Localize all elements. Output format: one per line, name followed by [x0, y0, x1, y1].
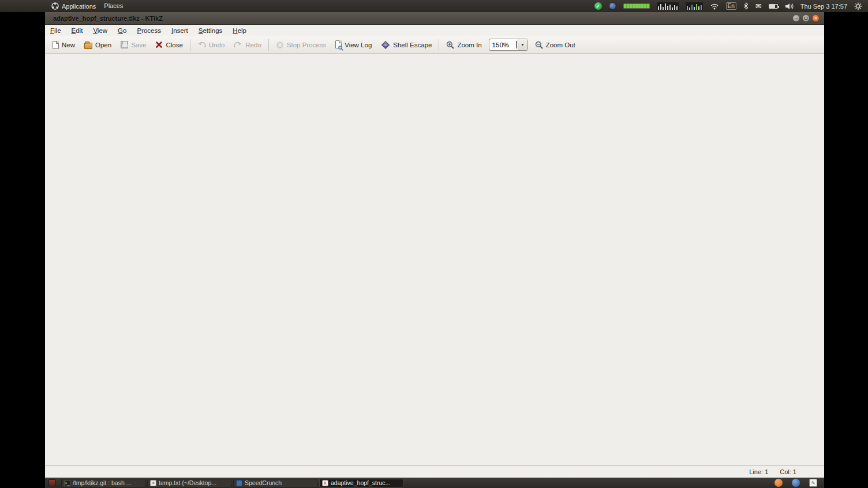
status-line: Line: 1 — [749, 468, 768, 475]
taskbar-item-speedcrunch[interactable]: SpeedCrunch — [233, 479, 317, 487]
volume-icon[interactable] — [785, 3, 794, 10]
view-log-icon — [335, 40, 342, 50]
battery-icon[interactable] — [769, 4, 778, 9]
workspace-switcher-icon[interactable] — [48, 479, 56, 486]
open-button[interactable]: Open — [80, 39, 116, 51]
taskbar: >_ /tmp/ktikz.git : bash ... ≡ temp.txt … — [45, 478, 824, 488]
toolbar: New Open Save Close Undo Redo — [45, 36, 824, 54]
menu-view[interactable]: View — [88, 26, 113, 35]
zoom-in-button[interactable]: Zoom In — [442, 39, 486, 51]
stop-icon — [276, 41, 284, 49]
calculator-icon — [236, 480, 242, 486]
applications-label: Applications — [62, 3, 96, 10]
menubar: File Edit View Go Process Insert Setting… — [45, 25, 824, 36]
keyboard-layout-indicator[interactable]: En — [726, 2, 736, 10]
distro-logo-icon — [51, 2, 59, 10]
minimize-button[interactable]: – — [792, 14, 800, 22]
taskbar-item-ktikz[interactable]: K adaptive_hopf_struc... — [319, 479, 403, 487]
toolbar-separator — [268, 39, 269, 51]
tray-notes-app-icon[interactable]: ✎ — [809, 479, 817, 487]
tray-orange-app-icon[interactable] — [775, 479, 783, 487]
undo-arrow-icon — [197, 41, 206, 48]
text-file-icon: ≡ — [150, 480, 156, 486]
window-client-area — [45, 54, 824, 465]
statusbar: Line: 1 Col: 1 — [45, 465, 824, 478]
zoom-level-combo[interactable]: ▾ — [489, 39, 528, 51]
clock[interactable]: Thu Sep 3 17:57 — [800, 3, 847, 10]
taskbar-item-text-editor[interactable]: ≡ temp.txt (~/Desktop... — [147, 479, 231, 487]
menu-help[interactable]: Help — [227, 26, 252, 35]
check-icon: ✓ — [596, 3, 600, 9]
maximize-button[interactable] — [802, 14, 810, 22]
maximize-icon — [805, 17, 807, 20]
close-button[interactable]: × — [812, 14, 820, 22]
zoom-out-button[interactable]: Zoom Out — [530, 39, 580, 51]
places-menu[interactable]: Places — [100, 2, 127, 9]
places-label: Places — [104, 2, 123, 9]
zoom-out-icon — [535, 41, 543, 49]
session-gear-icon[interactable] — [854, 2, 862, 10]
view-log-button[interactable]: View Log — [331, 39, 376, 51]
close-x-icon — [155, 41, 163, 48]
toolbar-separator — [190, 39, 190, 51]
redo-button[interactable]: Redo — [229, 39, 266, 50]
new-document-icon — [53, 41, 59, 49]
network-activity-histogram[interactable] — [686, 2, 703, 10]
wifi-icon[interactable] — [710, 3, 719, 10]
redo-arrow-icon — [234, 41, 242, 48]
zoom-dropdown-button[interactable]: ▾ — [518, 39, 527, 50]
menu-go[interactable]: Go — [113, 26, 132, 35]
zoom-level-input[interactable] — [489, 42, 516, 48]
text-caret — [516, 41, 517, 48]
desktop-top-panel: Applications Places ✓ En ✉ — [0, 0, 868, 12]
shell-escape-button[interactable]: Shell Escape — [376, 39, 436, 51]
menu-insert[interactable]: Insert — [166, 26, 193, 35]
close-file-button[interactable]: Close — [151, 39, 187, 50]
status-col: Col: 1 — [780, 468, 796, 475]
close-icon: × — [814, 16, 817, 21]
save-button[interactable]: Save — [116, 39, 151, 50]
mail-icon[interactable]: ✉ — [755, 2, 762, 10]
window-title: adaptive_hopf_structure.tikz - KTikZ — [53, 15, 163, 22]
menu-settings[interactable]: Settings — [193, 26, 228, 35]
tray-blue-app-icon[interactable] — [792, 479, 800, 487]
cpu-load-gauge[interactable] — [623, 3, 650, 9]
applications-menu[interactable]: Applications — [47, 2, 100, 10]
menu-edit[interactable]: Edit — [66, 26, 88, 35]
taskbar-item-terminal[interactable]: >_ /tmp/ktikz.git : bash ... — [61, 479, 145, 487]
menu-process[interactable]: Process — [132, 26, 166, 35]
open-folder-icon — [84, 43, 92, 49]
network-globe-icon[interactable] — [609, 2, 616, 10]
update-check-indicator[interactable]: ✓ — [594, 2, 602, 10]
ktikz-icon: K — [322, 480, 328, 486]
menu-file[interactable]: File — [45, 26, 66, 35]
shell-escape-icon — [381, 40, 390, 48]
save-floppy-icon — [121, 41, 128, 48]
window-titlebar[interactable]: adaptive_hopf_structure.tikz - KTikZ – × — [45, 12, 824, 25]
minimize-icon: – — [795, 16, 797, 21]
zoom-in-icon — [446, 41, 454, 49]
system-monitor-histogram[interactable] — [657, 2, 679, 10]
toolbar-separator — [439, 39, 439, 51]
chevron-down-icon: ▾ — [522, 42, 524, 47]
terminal-icon: >_ — [64, 480, 70, 486]
stop-process-button[interactable]: Stop Process — [271, 39, 331, 51]
bluetooth-icon[interactable] — [743, 2, 749, 10]
undo-button[interactable]: Undo — [193, 39, 230, 50]
new-button[interactable]: New — [48, 39, 80, 51]
